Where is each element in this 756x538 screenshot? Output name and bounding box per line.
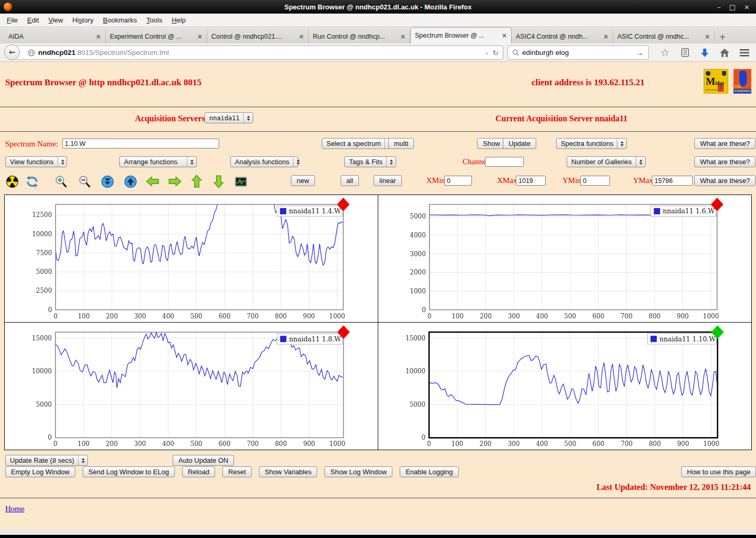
arrange-functions-dropdown[interactable]: Arrange functions xyxy=(119,156,197,167)
tab-close-icon[interactable]: × xyxy=(600,33,608,40)
xmin-label: XMin xyxy=(426,176,445,185)
tab-close-icon[interactable]: × xyxy=(194,33,202,40)
radiation-icon[interactable] xyxy=(5,175,19,188)
scroll-down-icon[interactable] xyxy=(100,175,114,188)
menu-item-tools[interactable]: Tools xyxy=(142,15,167,26)
show-log-window-button[interactable]: Show Log Window xyxy=(324,466,392,477)
number-of-galleries-dropdown[interactable]: Number of Galleries xyxy=(567,156,646,167)
downloads-icon[interactable] xyxy=(697,45,713,60)
page-title: Spectrum Browser @ http nndhcp021.dl.ac.… xyxy=(5,77,201,88)
chart-cell-3[interactable]: 0100200300400500600700800900100005000100… xyxy=(5,323,378,450)
navigation-bar: ← nndhcp021:8015/Spectrum/Spectrum.tml ⌄… xyxy=(0,43,756,62)
search-go-icon[interactable]: → xyxy=(636,48,644,58)
menu-item-history[interactable]: History xyxy=(67,15,98,26)
minimize-icon[interactable]: – xyxy=(717,3,721,11)
reload-button[interactable]: Reload xyxy=(182,466,215,477)
enable-logging-button[interactable]: Enable Logging xyxy=(400,466,458,477)
acquisition-server-select[interactable]: nnaida11 xyxy=(205,112,253,123)
display-icon[interactable] xyxy=(234,175,247,188)
send-log-window-to-elog-button[interactable]: Send Log Window to ELog xyxy=(83,466,175,477)
ymax-input[interactable] xyxy=(652,176,693,186)
tab-close-icon[interactable]: × xyxy=(296,33,304,40)
menu-hamburger-icon[interactable] xyxy=(737,45,752,60)
chart-nnaida11-1-10-w[interactable]: 0100200300400500600700800900100005000100… xyxy=(378,323,752,450)
multi-button[interactable]: multi xyxy=(388,138,414,149)
tab-close-icon[interactable]: × xyxy=(702,33,710,40)
menu-item-file[interactable]: File xyxy=(2,15,22,26)
bookmark-star-icon[interactable]: ☆ xyxy=(657,45,673,60)
svg-text:1000: 1000 xyxy=(703,440,719,448)
what-are-these-button-3[interactable]: What are these? xyxy=(694,175,755,186)
chart-cell-2[interactable]: 0100200300400500600700800900100001000200… xyxy=(378,195,752,323)
tab-experiment-control[interactable]: Experiment Control @ ...× xyxy=(106,29,207,43)
search-icon xyxy=(512,49,519,56)
select-spectrum-dropdown[interactable]: Select a spectrum xyxy=(322,138,394,149)
back-button[interactable]: ← xyxy=(4,44,20,60)
reload-icon[interactable]: ↻ xyxy=(492,49,499,57)
chart-cell-1[interactable]: 0100200300400500600700800900100002500500… xyxy=(5,195,378,323)
svg-text:600: 600 xyxy=(592,313,604,320)
url-bar[interactable]: nndhcp021:8015/Spectrum/Spectrum.tml ⌄ ↻ xyxy=(16,45,503,60)
search-input[interactable] xyxy=(522,49,633,56)
tab-control-nndhcp021[interactable]: Control @ nndhcp021....× xyxy=(207,29,309,43)
scroll-up-icon[interactable] xyxy=(123,175,137,188)
xmin-input[interactable] xyxy=(444,176,472,186)
new-tab-button[interactable]: + xyxy=(715,30,730,43)
home-link[interactable]: Home xyxy=(5,505,25,513)
analysis-functions-dropdown[interactable]: Analysis functions xyxy=(230,156,298,167)
svg-text:200: 200 xyxy=(106,440,118,448)
channel-input[interactable] xyxy=(485,157,524,167)
all-button[interactable]: all xyxy=(341,175,359,186)
arrow-right-icon[interactable] xyxy=(168,175,182,188)
menu-item-bookmarks[interactable]: Bookmarks xyxy=(98,15,142,26)
update-button[interactable]: Update xyxy=(503,138,536,149)
chart-cell-4[interactable]: 0100200300400500600700800900100005000100… xyxy=(378,323,752,450)
auto-update-button[interactable]: Auto Update ON xyxy=(173,455,234,466)
update-rate-dropdown[interactable]: Update Rate (8 secs) xyxy=(5,455,88,466)
url-host: nndhcp021 xyxy=(38,49,75,56)
zoom-in-icon[interactable] xyxy=(54,175,67,188)
spectrum-name-input[interactable] xyxy=(62,139,219,148)
chart-nnaida11-1-6-w[interactable]: 0100200300400500600700800900100001000200… xyxy=(378,195,752,322)
tab-close-icon[interactable]: × xyxy=(397,33,405,40)
new-button[interactable]: new xyxy=(291,175,315,186)
spectra-functions-dropdown[interactable]: Spectra functions xyxy=(556,138,627,149)
show-variables-button[interactable]: Show Variables xyxy=(259,466,317,477)
view-functions-dropdown[interactable]: View functions xyxy=(5,156,67,167)
tab-close-icon[interactable]: × xyxy=(93,33,101,40)
home-icon[interactable] xyxy=(717,45,732,60)
empty-log-window-button[interactable]: Empty Log Window xyxy=(5,466,75,477)
client-address: client address is 193.62.115.21 xyxy=(532,77,645,88)
tab-spectrum-browser[interactable]: Spectrum Browser @ ...× xyxy=(410,27,512,43)
xmax-input[interactable] xyxy=(516,176,546,186)
tags-fits-dropdown[interactable]: Tags & Fits xyxy=(344,156,396,167)
menu-item-view[interactable]: View xyxy=(43,15,67,26)
arrow-left-icon[interactable] xyxy=(146,175,160,188)
url-dropdown-icon[interactable]: ⌄ xyxy=(484,49,489,56)
tab-run-control-nndhcp[interactable]: Run Control @ nndhcp...× xyxy=(309,29,410,43)
maximize-icon[interactable]: □ xyxy=(729,3,736,11)
zoom-out-icon[interactable] xyxy=(77,175,91,188)
what-are-these-button-1[interactable]: What are these? xyxy=(694,138,755,149)
search-bar[interactable]: → xyxy=(507,45,649,60)
refresh-icon[interactable] xyxy=(25,175,39,188)
menu-item-help[interactable]: Help xyxy=(167,15,190,26)
tab-aida[interactable]: AIDA× xyxy=(4,29,106,43)
reading-list-icon[interactable] xyxy=(677,45,693,60)
reset-button[interactable]: Reset xyxy=(222,466,252,477)
tab-close-icon[interactable]: × xyxy=(499,32,507,39)
tab-asic-control-nndhc[interactable]: ASIC Control @ nndhc...× xyxy=(613,29,715,43)
close-icon[interactable]: × xyxy=(744,3,750,11)
what-are-these-button-2[interactable]: What are these? xyxy=(694,156,755,167)
arrow-down-icon[interactable] xyxy=(212,175,225,188)
linear-button[interactable]: linear xyxy=(374,175,402,186)
svg-text:300: 300 xyxy=(134,313,146,320)
ymin-input[interactable] xyxy=(580,176,610,186)
chart-nnaida11-1-8-w[interactable]: 0100200300400500600700800900100005000100… xyxy=(5,323,378,450)
arrow-up-icon[interactable] xyxy=(190,175,204,188)
chart-nnaida11-1-4-w[interactable]: 0100200300400500600700800900100002500500… xyxy=(5,195,378,322)
how-to-use-button[interactable]: How to use this page xyxy=(681,466,756,477)
tab-asic4-control-nndh[interactable]: ASIC4 Control @ nndh...× xyxy=(512,29,613,43)
show-button[interactable]: Show xyxy=(477,138,506,149)
menu-item-edit[interactable]: Edit xyxy=(22,15,43,26)
